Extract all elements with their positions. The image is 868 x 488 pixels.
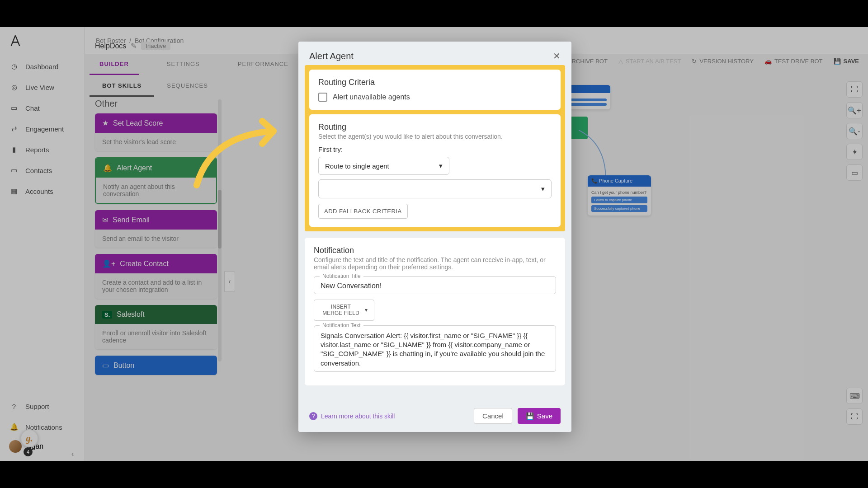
modal-body: Routing Criteria Alert unavailable agent… (298, 65, 571, 403)
chevron-down-icon: ▾ (541, 185, 545, 193)
footer-buttons: Cancel 💾Save (474, 408, 561, 424)
routing-title: Routing (318, 122, 552, 132)
learn-more-link[interactable]: ? Learn more about this skill (309, 412, 395, 420)
highlighted-section: Routing Criteria Alert unavailable agent… (305, 65, 565, 231)
select-value: Route to single agent (325, 162, 389, 170)
notification-title-input[interactable]: Notification Title New Conversation! (314, 276, 556, 294)
notification-text-label: Notification Text (320, 322, 363, 328)
checkbox-label: Alert unavailable agents (333, 93, 410, 101)
first-try-label: First try: (318, 145, 552, 153)
close-icon[interactable]: ✕ (553, 51, 561, 61)
notification-subtitle: Configure the text and title of the noti… (314, 256, 556, 271)
help-icon: ? (309, 412, 317, 420)
chevron-down-icon: ▾ (365, 307, 368, 313)
alert-unavailable-checkbox-row[interactable]: Alert unavailable agents (318, 93, 552, 102)
modal-title: Alert Agent (309, 51, 354, 61)
cancel-button[interactable]: Cancel (474, 408, 512, 424)
save-button[interactable]: 💾Save (518, 408, 561, 424)
chevron-down-icon: ▾ (439, 162, 443, 170)
routing-subtitle: Select the agent(s) you would like to al… (318, 133, 552, 140)
notification-title-value: New Conversation! (321, 282, 549, 290)
insert-merge-field-button[interactable]: INSERT MERGE FIELD ▾ (314, 300, 374, 321)
notification-text-value: Signals Conversation Alert: {{ visitor.f… (321, 331, 549, 368)
routing-criteria-title: Routing Criteria (318, 78, 552, 87)
alert-agent-modal: Alert Agent ✕ Routing Criteria Alert una… (298, 42, 571, 432)
add-fallback-button[interactable]: ADD FALLBACK CRITERIA (318, 204, 408, 219)
routing-criteria-card: Routing Criteria Alert unavailable agent… (309, 70, 561, 110)
routing-card: Routing Select the agent(s) you would li… (309, 114, 561, 227)
save-icon: 💾 (526, 412, 534, 420)
route-select[interactable]: Route to single agent ▾ (318, 157, 449, 175)
modal-header: Alert Agent ✕ (298, 42, 571, 65)
modal-footer: ? Learn more about this skill Cancel 💾Sa… (298, 403, 571, 432)
agent-select[interactable]: ▾ (318, 179, 552, 198)
notification-text-input[interactable]: Notification Text Signals Conversation A… (314, 325, 556, 372)
notification-card: Notification Configure the text and titl… (305, 238, 565, 385)
checkbox[interactable] (318, 93, 327, 102)
notification-title: Notification (314, 246, 556, 255)
notification-title-label: Notification Title (320, 273, 363, 279)
annotation-arrow (192, 117, 292, 190)
